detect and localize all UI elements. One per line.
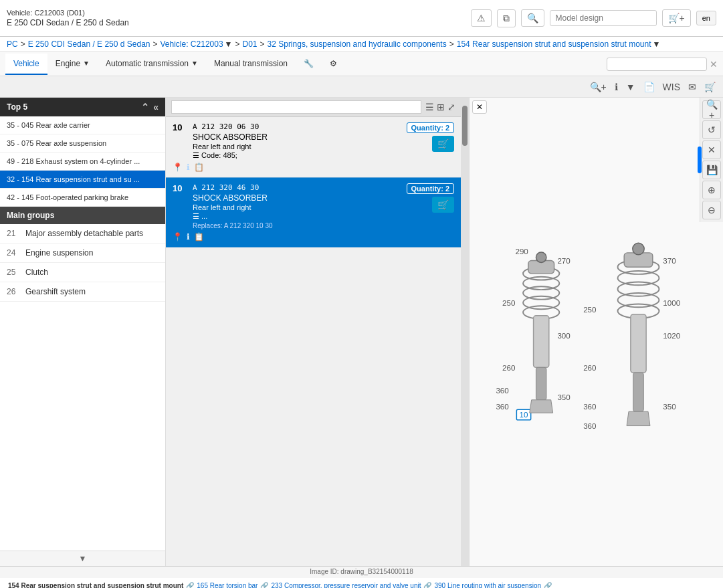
lang-selector[interactable]: en bbox=[696, 11, 716, 25]
svg-text:290: 290 bbox=[515, 247, 528, 256]
bc-model[interactable]: E 250 CDI Sedan / E 250 d Sedan bbox=[28, 39, 150, 49]
sidebar-list: 35 - 045 Rear axle carrier 35 - 075 Rear… bbox=[0, 116, 165, 551]
diagram-svg: 10 360 360 350 260 250 270 290 300 bbox=[483, 209, 690, 455]
bottom-link-3[interactable]: 390 Line routing with air suspension bbox=[431, 581, 544, 588]
sidebar-item-3[interactable]: 32 - 154 Rear suspension strut and su ..… bbox=[0, 171, 165, 189]
diag-zoom-in-btn[interactable]: 🔍+ bbox=[702, 100, 721, 119]
part-1-pin-icon[interactable]: 📍 bbox=[173, 232, 183, 241]
bottom-link-2[interactable]: 233 Compressor, pressure reservoir and v… bbox=[268, 581, 423, 588]
part-row-1-top: 10 A 212 320 46 30 SHOCK ABSORBER Rear l… bbox=[173, 183, 454, 229]
bc-154-dropdown[interactable]: ▼ bbox=[653, 39, 661, 49]
svg-text:360: 360 bbox=[496, 402, 508, 411]
svg-text:300: 300 bbox=[557, 331, 570, 340]
wis-icon[interactable]: WIS bbox=[661, 80, 682, 94]
part-0-cart-btn[interactable]: 🛒 bbox=[432, 136, 454, 152]
svg-point-20 bbox=[617, 271, 659, 285]
parts-list-scrollbar[interactable] bbox=[461, 98, 469, 566]
filter-icon[interactable]: ▼ bbox=[624, 80, 637, 94]
tab-manual-transmission[interactable]: Manual transmission bbox=[206, 54, 296, 75]
bc-vehicle-dropdown[interactable]: ▼ bbox=[225, 39, 233, 49]
bc-154[interactable]: 154 Rear suspension strut and suspension… bbox=[457, 39, 651, 49]
diag-zoom-out-btn[interactable]: ⊖ bbox=[702, 201, 721, 219]
svg-text:370: 370 bbox=[663, 256, 676, 265]
part-1-cart-btn[interactable]: 🛒 bbox=[432, 197, 454, 213]
part-0-info-icon[interactable]: ℹ bbox=[187, 163, 190, 172]
main-group-21[interactable]: 21 Major assembly detachable parts bbox=[0, 224, 165, 243]
diag-scroll-indicator[interactable] bbox=[698, 146, 702, 173]
part-0-table-icon[interactable]: 📋 bbox=[194, 163, 204, 172]
bottom-bar: Image ID: drawing_B32154000118 154 Rear … bbox=[0, 566, 723, 588]
grid-view-icon[interactable]: ⊞ bbox=[437, 102, 445, 112]
sidebar-item-0[interactable]: 35 - 045 Rear axle carrier bbox=[0, 116, 165, 134]
part-0-pin-icon[interactable]: 📍 bbox=[173, 163, 183, 172]
cart-add-btn[interactable]: 🛒+ bbox=[662, 9, 691, 27]
vehicle-info-section: Vehicle: C212003 (D01) E 250 CDI Sedan /… bbox=[7, 9, 129, 27]
bottom-link-0[interactable]: 154 Rear suspension strut and suspension… bbox=[5, 581, 186, 588]
svg-rect-6 bbox=[536, 367, 546, 399]
tabs-search-clear[interactable]: ✕ bbox=[710, 59, 718, 70]
part-row-0[interactable]: 10 A 212 320 06 30 SHOCK ABSORBER Rear l… bbox=[166, 117, 461, 178]
sidebar-item-2[interactable]: 49 - 218 Exhaust system on 4-cylinder ..… bbox=[0, 153, 165, 171]
bc-d01[interactable]: D01 bbox=[242, 39, 257, 49]
mail-icon[interactable]: ✉ bbox=[686, 80, 698, 94]
main-layout: Top 5 ⌃ « 35 - 045 Rear axle carrier 35 … bbox=[0, 98, 723, 566]
part-1-qty: Quantity: 2 bbox=[407, 183, 454, 194]
zoom-in-icon[interactable]: 🔍+ bbox=[588, 80, 609, 94]
toolbar-icons: 🔍+ ℹ ▼ 📄 WIS ✉ 🛒 bbox=[0, 76, 723, 98]
diagram-close-btn[interactable]: ✕ bbox=[472, 100, 487, 114]
part-1-code: A 212 320 46 30 bbox=[193, 183, 273, 192]
model-search-input[interactable] bbox=[550, 10, 657, 26]
svg-text:350: 350 bbox=[663, 402, 676, 411]
sidebar-scroll-down[interactable]: ▼ bbox=[0, 551, 165, 566]
expand-view-icon[interactable]: ⤢ bbox=[447, 102, 455, 112]
diag-close-x-btn[interactable]: ✕ bbox=[702, 140, 721, 159]
copy-icon-btn[interactable]: ⧉ bbox=[497, 9, 516, 27]
part-1-table-icon[interactable]: 📋 bbox=[194, 232, 204, 241]
bottom-links: 154 Rear suspension strut and suspension… bbox=[0, 578, 723, 588]
part-0-code: A 212 320 06 30 bbox=[193, 122, 268, 131]
search-icon-btn[interactable]: 🔍 bbox=[521, 9, 544, 27]
cart-icon[interactable]: 🛒 bbox=[702, 80, 718, 94]
tab-auto-trans-dropdown[interactable]: ▼ bbox=[191, 60, 198, 67]
bc-vehicle[interactable]: Vehicle: C212003 bbox=[161, 39, 223, 49]
bc-pc[interactable]: PC bbox=[7, 39, 18, 49]
part-1-detail: ☰ ... bbox=[193, 212, 273, 221]
svg-text:360: 360 bbox=[583, 421, 596, 430]
top5-icons: ⌃ « bbox=[141, 102, 159, 112]
part-row-1[interactable]: 10 A 212 320 46 30 SHOCK ABSORBER Rear l… bbox=[166, 178, 461, 248]
tab-automatic-transmission[interactable]: Automatic transmission ▼ bbox=[98, 54, 206, 75]
tab-engine-dropdown[interactable]: ▼ bbox=[83, 60, 90, 67]
document-icon[interactable]: 📄 bbox=[641, 80, 657, 94]
tabs-search-input[interactable] bbox=[607, 58, 707, 71]
sidebar-item-1[interactable]: 35 - 075 Rear axle suspension bbox=[0, 134, 165, 153]
expand-icon[interactable]: « bbox=[153, 102, 159, 112]
parts-search-input[interactable] bbox=[171, 100, 421, 114]
tab-wrench-icon[interactable]: 🔧 bbox=[296, 54, 322, 75]
tab-engine[interactable]: Engine ▼ bbox=[47, 54, 98, 75]
part-1-info-icon[interactable]: ℹ bbox=[187, 232, 190, 241]
part-0-icons: 📍 ℹ 📋 bbox=[173, 163, 454, 172]
info-icon[interactable]: ℹ bbox=[613, 80, 620, 94]
bc-32[interactable]: 32 Springs, suspension and hydraulic com… bbox=[268, 39, 447, 49]
right-assembly: 370 1000 250 260 1020 350 360 360 bbox=[583, 243, 680, 430]
tabs-bar: Vehicle Engine ▼ Automatic transmission … bbox=[0, 52, 723, 76]
diag-refresh-btn[interactable]: ↺ bbox=[702, 120, 721, 139]
top5-label: Top 5 bbox=[7, 102, 27, 112]
tab-gear-icon[interactable]: ⚙ bbox=[322, 54, 345, 75]
main-group-25[interactable]: 25 Clutch bbox=[0, 263, 165, 282]
main-group-24[interactable]: 24 Engine suspension bbox=[0, 243, 165, 263]
sidebar-item-4[interactable]: 42 - 145 Foot-operated parking brake bbox=[0, 189, 165, 207]
collapse-icon[interactable]: ⌃ bbox=[141, 102, 149, 112]
diag-save-btn[interactable]: 💾 bbox=[702, 161, 721, 179]
main-group-26[interactable]: 26 Gearshift system bbox=[0, 282, 165, 302]
list-view-icon[interactable]: ☰ bbox=[425, 102, 434, 112]
main-groups-header: Main groups bbox=[0, 207, 165, 224]
part-1-pos: 10 bbox=[173, 183, 186, 193]
tab-vehicle[interactable]: Vehicle bbox=[5, 54, 47, 75]
bottom-link-1[interactable]: 165 Rear torsion bar bbox=[194, 581, 260, 588]
image-id-label: Image ID: drawing_B32154000118 bbox=[0, 567, 723, 578]
svg-text:10: 10 bbox=[519, 410, 528, 419]
parts-list-scroll-thumb[interactable] bbox=[462, 106, 468, 146]
warning-icon-btn[interactable]: ⚠ bbox=[471, 9, 492, 27]
diag-zoom-in2-btn[interactable]: ⊕ bbox=[702, 181, 721, 199]
